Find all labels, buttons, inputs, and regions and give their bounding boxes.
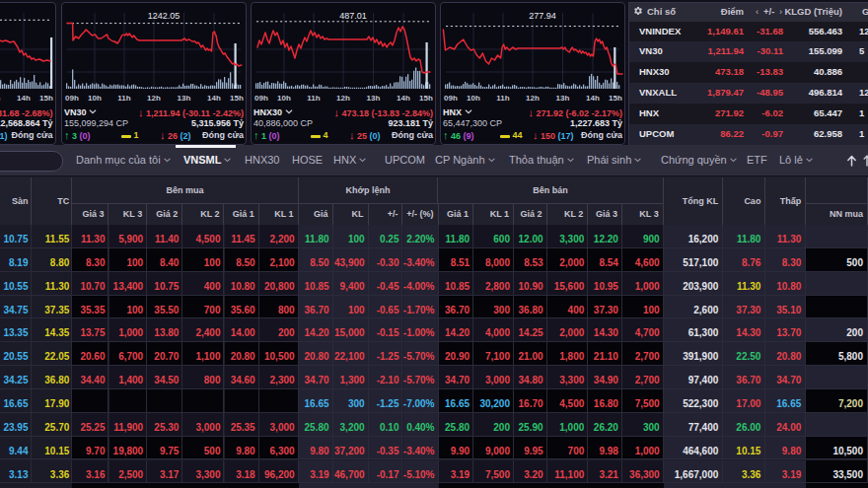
- svg-text:14h: 14h: [586, 94, 600, 103]
- svg-text:09h: 09h: [65, 94, 79, 103]
- svg-text:11h: 11h: [117, 94, 130, 103]
- svg-text:13h: 13h: [367, 94, 381, 103]
- svg-text:09h: 09h: [444, 94, 458, 103]
- svg-text:10h: 10h: [467, 94, 480, 103]
- svg-text:15h: 15h: [419, 94, 433, 103]
- svg-text:487.01: 487.01: [339, 11, 367, 21]
- svg-text:12h: 12h: [147, 94, 161, 103]
- svg-text:277.94: 277.94: [529, 11, 556, 21]
- svg-text:14h: 14h: [397, 94, 410, 103]
- svg-text:15h: 15h: [39, 94, 53, 103]
- svg-text:12h: 12h: [336, 94, 350, 103]
- svg-text:12h: 12h: [526, 94, 540, 103]
- svg-text:10h: 10h: [277, 94, 291, 103]
- svg-text:10h: 10h: [88, 94, 102, 103]
- svg-text:15h: 15h: [230, 94, 244, 103]
- svg-text:13h: 13h: [556, 94, 570, 103]
- svg-text:11h: 11h: [496, 94, 509, 103]
- svg-text:11h: 11h: [307, 94, 320, 103]
- svg-text:14h: 14h: [17, 94, 31, 103]
- svg-text:13h: 13h: [178, 94, 191, 103]
- svg-text:1242.05: 1242.05: [148, 11, 181, 21]
- svg-text:15h: 15h: [609, 94, 622, 103]
- svg-text:09h: 09h: [254, 94, 268, 103]
- svg-text:14h: 14h: [207, 94, 221, 103]
